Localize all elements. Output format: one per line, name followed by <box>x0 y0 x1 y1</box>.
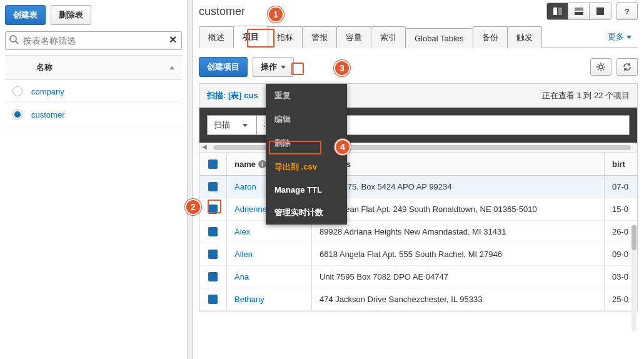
horizontal-scrollbar[interactable] <box>199 143 638 153</box>
row-checkbox[interactable] <box>199 221 227 243</box>
scan-summary-bar[interactable]: 扫描: [表] cus 正在查看 1 到 22 个项目 <box>199 83 638 108</box>
row-checkbox[interactable] <box>199 266 227 288</box>
layout-bottom-button[interactable] <box>568 3 590 19</box>
row-address: 0649 Sean Flat Apt. 249 South Ronaldtown… <box>312 198 605 220</box>
row-birth: 15-0 <box>605 198 637 220</box>
tab-7[interactable]: 备份 <box>473 26 508 48</box>
col-name-label: name <box>234 159 256 169</box>
search-icon <box>9 34 19 44</box>
splitter[interactable] <box>188 0 193 359</box>
tab-8[interactable]: 触发 <box>507 26 542 48</box>
vertical-scrollbar[interactable] <box>631 225 636 331</box>
tab-5[interactable]: 索引 <box>371 26 406 48</box>
row-name-link[interactable]: Ana <box>227 266 312 288</box>
dropdown-item-1: 编辑 <box>266 108 347 131</box>
annotation-box-4 <box>269 141 321 154</box>
tab-0[interactable]: 概述 <box>199 26 234 48</box>
annotation-badge-2: 2 <box>185 199 201 215</box>
select-all-checkbox[interactable] <box>199 153 227 175</box>
table-row[interactable]: Alex89928 Adriana Heights New Amandastad… <box>199 221 637 243</box>
refresh-button[interactable] <box>616 58 638 76</box>
caret-down-icon <box>626 36 631 39</box>
tab-4[interactable]: 容量 <box>336 26 371 48</box>
sidebar-table-item[interactable]: company <box>5 80 182 103</box>
dropdown-item-4[interactable]: Manage TTL <box>266 179 347 201</box>
tabs-more[interactable]: 更多 <box>601 26 638 48</box>
table-row[interactable]: AnaUnit 7595 Box 7082 DPO AE 0474703-0 <box>199 266 637 288</box>
sidebar-name-header[interactable]: 名称 <box>5 55 182 80</box>
row-checkbox[interactable] <box>199 176 227 198</box>
main-panel: customer ? 概述项目指标警报容量索引Global Tables备份触发… <box>193 0 644 359</box>
clear-search-icon[interactable]: ✕ <box>169 34 177 46</box>
svg-rect-3 <box>558 8 562 15</box>
row-address: Unit 7595 Box 7082 DPO AE 04747 <box>312 266 605 288</box>
svg-rect-2 <box>553 8 557 15</box>
row-address: 474 Jackson Drive Sanchezchester, IL 953… <box>312 288 605 310</box>
dropdown-item-5[interactable]: 管理实时计数 <box>266 201 347 225</box>
create-item-button[interactable]: 创建项目 <box>199 57 248 77</box>
annotation-badge-3: 3 <box>334 60 350 76</box>
sort-caret-icon <box>169 66 174 69</box>
row-name-link[interactable]: Allen <box>227 243 312 265</box>
actions-label: 操作 <box>261 61 277 73</box>
dropdown-item-3[interactable]: 导出到 .csv <box>266 155 347 179</box>
row-address: PSC 6275, Box 5424 APO AP 99234 <box>312 176 605 198</box>
table-title: customer <box>199 5 245 18</box>
items-table: name i address birt AaronPSC 6275, Box 5… <box>199 153 638 311</box>
tab-6[interactable]: Global Tables <box>405 28 473 48</box>
scan-config-area: 扫描 : name <box>199 108 638 143</box>
annotation-box-2 <box>208 200 221 213</box>
row-address: 89928 Adriana Heights New Amandastad, MI… <box>312 221 605 243</box>
scan-type-select[interactable]: 扫描 <box>207 115 257 135</box>
svg-rect-4 <box>575 8 583 11</box>
create-table-button[interactable]: 创建表 <box>5 5 46 25</box>
help-button[interactable]: ? <box>616 3 638 20</box>
row-address: 6618 Angela Flat Apt. 555 South Rachel, … <box>312 243 605 265</box>
row-checkbox[interactable] <box>199 243 227 265</box>
table-row[interactable]: AaronPSC 6275, Box 5424 APO AP 9923407-0 <box>199 176 637 198</box>
settings-button[interactable] <box>590 58 611 76</box>
svg-point-7 <box>599 65 603 69</box>
name-header-label: 名称 <box>36 62 53 73</box>
caret-down-icon <box>243 124 248 127</box>
annotation-badge-4: 4 <box>335 139 351 155</box>
sidebar-table-item[interactable]: customer <box>5 103 182 126</box>
caret-down-icon <box>281 66 286 69</box>
row-name-link[interactable]: Bethany <box>227 288 312 310</box>
delete-table-button[interactable]: 删除表 <box>51 5 91 25</box>
table-name-link[interactable]: customer <box>31 110 64 119</box>
annotation-box-1 <box>247 29 274 48</box>
annotation-badge-1: 1 <box>268 6 284 23</box>
table-row[interactable]: Allen6618 Angela Flat Apt. 555 South Rac… <box>199 243 637 266</box>
layout-full-button[interactable] <box>590 3 611 19</box>
row-checkbox[interactable] <box>199 288 227 310</box>
tab-3[interactable]: 警报 <box>302 26 337 48</box>
column-header-address[interactable]: address <box>312 153 605 175</box>
svg-point-0 <box>10 36 16 42</box>
row-birth: 07-0 <box>605 176 637 198</box>
svg-rect-5 <box>575 12 583 15</box>
svg-rect-6 <box>596 8 604 15</box>
more-label: 更多 <box>608 31 624 43</box>
actions-button[interactable]: 操作 <box>253 57 294 77</box>
column-header-birth[interactable]: birt <box>605 153 637 175</box>
table-search-input[interactable] <box>5 31 182 50</box>
radio-icon[interactable] <box>13 109 23 119</box>
scan-label-right: 正在查看 1 到 22 个项目 <box>542 90 630 101</box>
table-row[interactable]: Adrienne0649 Sean Flat Apt. 249 South Ro… <box>199 198 637 221</box>
layout-toggle-group <box>546 3 611 20</box>
svg-line-1 <box>16 41 18 44</box>
table-name-link[interactable]: company <box>31 87 64 96</box>
scan-label-left: 扫描: [表] cus <box>207 90 258 101</box>
table-row[interactable]: Bethany474 Jackson Drive Sanchezchester,… <box>199 288 637 311</box>
sidebar: 创建表 删除表 ✕ 名称 companycustomer <box>0 0 188 359</box>
radio-icon[interactable] <box>13 86 23 96</box>
dropdown-item-0: 重复 <box>266 84 347 108</box>
scan-type-label: 扫描 <box>214 119 230 131</box>
annotation-box-3 <box>291 63 304 75</box>
col-birth-label: birt <box>612 159 625 169</box>
layout-split-button[interactable] <box>547 3 568 19</box>
